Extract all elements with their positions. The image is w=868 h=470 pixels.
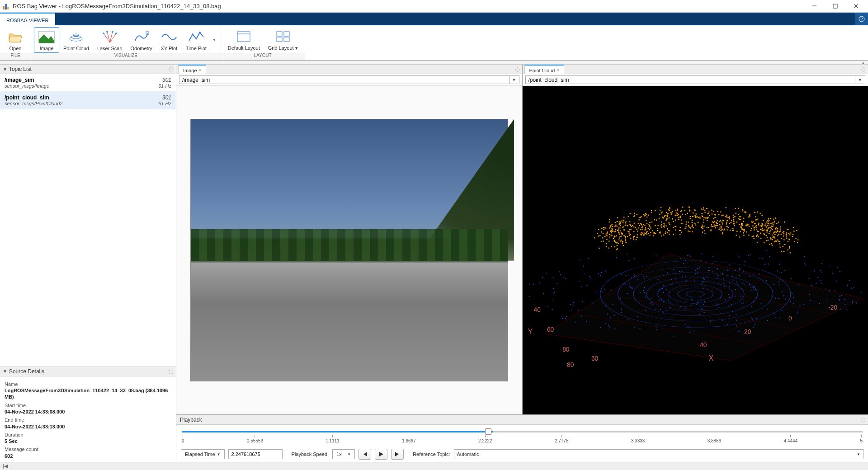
svg-point-940 xyxy=(625,284,626,285)
ribbon-timeplot-button[interactable]: Time Plot xyxy=(182,27,211,53)
svg-point-778 xyxy=(609,326,610,327)
svg-point-750 xyxy=(739,257,740,258)
image-icon xyxy=(38,29,55,45)
elapsed-time-dropdown[interactable]: Elapsed Time▼ xyxy=(181,449,225,459)
visualize-more-dropdown[interactable]: ▼ xyxy=(211,38,218,42)
ribbon-collapse-handle[interactable]: ▲ xyxy=(0,61,868,64)
svg-point-763 xyxy=(676,302,677,303)
svg-point-1086 xyxy=(839,271,840,272)
svg-point-969 xyxy=(752,319,753,320)
svg-point-720 xyxy=(611,228,613,229)
playback-header[interactable]: Playback ◌ xyxy=(176,415,868,425)
svg-point-424 xyxy=(685,224,687,225)
tab-rosbag-viewer[interactable]: ROSBAG VIEWER xyxy=(0,13,55,25)
svg-point-191 xyxy=(758,231,759,232)
gear-icon[interactable]: ◌ xyxy=(169,66,173,72)
svg-point-467 xyxy=(667,232,668,234)
svg-point-719 xyxy=(597,233,598,234)
minimize-button[interactable] xyxy=(804,0,825,13)
svg-point-579 xyxy=(638,227,639,229)
svg-point-66 xyxy=(781,250,782,252)
svg-point-341 xyxy=(718,229,720,230)
svg-point-237 xyxy=(751,222,753,223)
svg-point-416 xyxy=(688,206,689,207)
svg-point-550 xyxy=(643,215,645,216)
svg-point-912 xyxy=(853,287,854,288)
skip-forward-button[interactable] xyxy=(391,449,404,460)
open-button[interactable]: Open xyxy=(3,27,28,53)
svg-point-373 xyxy=(704,230,705,231)
svg-point-317 xyxy=(717,225,718,226)
svg-point-71 xyxy=(778,240,779,242)
dropdown-button[interactable]: ▼ xyxy=(855,75,865,84)
close-button[interactable] xyxy=(845,0,866,13)
skip-back-button[interactable] xyxy=(359,449,371,460)
svg-point-979 xyxy=(579,260,580,261)
svg-point-284 xyxy=(733,217,734,218)
pointcloud-canvas[interactable]: 40 60 80 Y 60 80 -20 0 20 40 X xyxy=(523,86,868,414)
svg-point-871 xyxy=(581,286,582,287)
gear-icon[interactable]: ◌ xyxy=(861,66,865,72)
svg-point-218 xyxy=(754,212,755,213)
elapsed-time-input[interactable] xyxy=(228,449,283,459)
image-canvas[interactable] xyxy=(176,86,522,414)
ribbon-odometry-button[interactable]: Odometry xyxy=(127,27,156,53)
help-button[interactable]: ? xyxy=(855,13,868,25)
pointcloud-tab[interactable]: Point Cloud × xyxy=(524,65,565,74)
svg-point-150 xyxy=(770,218,771,219)
svg-point-944 xyxy=(702,277,703,277)
gear-icon[interactable]: ◌ xyxy=(169,368,173,375)
svg-point-437 xyxy=(681,231,682,233)
source-details-header[interactable]: ▼ Source Details ◌ xyxy=(0,367,176,376)
gear-icon[interactable]: ◌ xyxy=(861,417,865,423)
close-icon[interactable]: × xyxy=(557,68,559,73)
topic-item[interactable]: /image_sim301 sensor_msgs/Image61 Hz xyxy=(0,74,176,92)
svg-point-855 xyxy=(693,331,694,332)
svg-point-755 xyxy=(709,270,710,271)
timeline-thumb[interactable] xyxy=(485,428,491,435)
topic-item[interactable]: /point_cloud_sim301 sensor_msgs/PointClo… xyxy=(0,92,176,109)
dropdown-button[interactable]: ▼ xyxy=(509,75,519,84)
ribbon-xyplot-button[interactable]: XY Plot xyxy=(156,27,182,53)
svg-point-906 xyxy=(840,309,841,310)
timeline[interactable]: 00.555561.11111.66672.22222.77783.33333.… xyxy=(176,425,868,446)
svg-point-69 xyxy=(790,232,791,234)
ribbon-image-button[interactable]: Image xyxy=(34,27,59,53)
svg-point-378 xyxy=(703,207,704,209)
svg-point-99 xyxy=(783,239,784,240)
image-topic-input[interactable] xyxy=(179,75,509,84)
grid-layout-button[interactable]: Grid Layout ▾ xyxy=(264,27,302,53)
svg-point-271 xyxy=(729,223,730,224)
svg-point-248 xyxy=(744,230,745,232)
svg-point-498 xyxy=(662,217,664,219)
close-icon[interactable]: × xyxy=(199,68,202,73)
topic-list-header[interactable]: ▼ Topic List ◌ xyxy=(0,64,176,74)
svg-point-78 xyxy=(792,236,793,237)
pointcloud-topic-input[interactable] xyxy=(525,75,856,84)
svg-point-106 xyxy=(774,232,775,233)
svg-point-229 xyxy=(757,212,758,213)
svg-point-771 xyxy=(673,336,674,337)
svg-point-493 xyxy=(667,214,668,216)
svg-point-88 xyxy=(789,234,790,235)
svg-point-183 xyxy=(758,222,760,224)
image-tab[interactable]: Image × xyxy=(178,65,206,74)
status-left[interactable]: |◀ xyxy=(3,463,8,469)
svg-point-766 xyxy=(781,291,782,292)
svg-point-762 xyxy=(605,271,606,272)
svg-point-810 xyxy=(703,278,704,279)
play-button[interactable] xyxy=(375,449,387,460)
svg-point-676 xyxy=(608,240,609,242)
maximize-button[interactable] xyxy=(825,0,845,13)
svg-point-560 xyxy=(642,226,643,227)
ribbon-laserscan-button[interactable]: Laser Scan xyxy=(93,27,127,53)
svg-point-945 xyxy=(583,265,584,266)
playback-speed-dropdown[interactable]: 1x▼ xyxy=(332,449,355,459)
default-layout-button[interactable]: Default Layout xyxy=(224,27,264,53)
ribbon-pointcloud-button[interactable]: Point Cloud xyxy=(59,27,93,53)
svg-point-514 xyxy=(650,227,651,229)
gear-icon[interactable]: ◌ xyxy=(515,66,519,72)
simulated-camera-image xyxy=(190,119,508,382)
reference-topic-dropdown[interactable]: Automatic▼ xyxy=(454,449,864,459)
svg-point-1067 xyxy=(645,310,646,311)
